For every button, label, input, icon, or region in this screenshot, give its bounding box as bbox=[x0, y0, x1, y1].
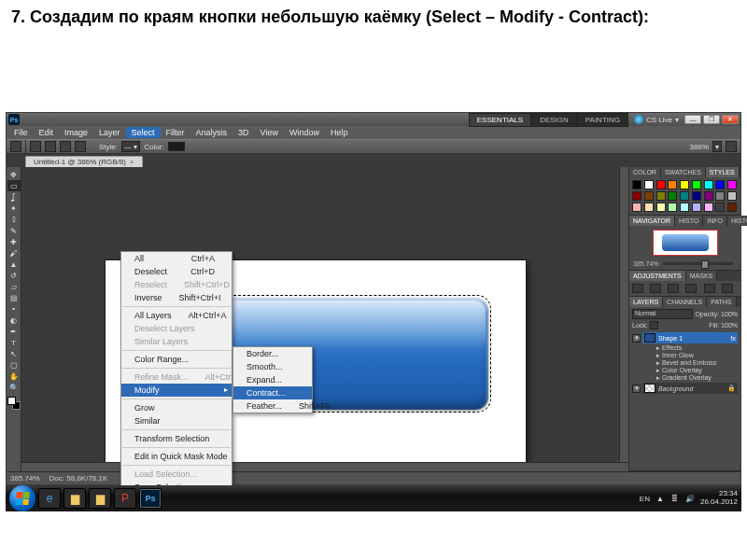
menu-item[interactable]: Modify▸ bbox=[121, 384, 232, 397]
tab-layers[interactable]: LAYERS bbox=[629, 297, 663, 307]
style-swatch[interactable] bbox=[692, 203, 701, 212]
style-swatch[interactable] bbox=[644, 191, 654, 201]
style-swatch[interactable] bbox=[632, 180, 641, 189]
eyedropper-tool-icon[interactable]: ✎ bbox=[7, 225, 21, 236]
brush-tool-icon[interactable]: 🖌 bbox=[7, 247, 21, 259]
menu-filter[interactable]: Filter bbox=[161, 127, 190, 138]
style-swatch[interactable] bbox=[727, 203, 737, 212]
style-swatch[interactable] bbox=[680, 180, 689, 189]
style-swatch[interactable] bbox=[656, 180, 666, 189]
taskbar-folder-icon[interactable]: ▆ bbox=[89, 488, 111, 509]
style-swatch[interactable] bbox=[644, 180, 654, 189]
menu-image[interactable]: Image bbox=[59, 127, 93, 138]
start-button[interactable] bbox=[9, 485, 35, 511]
menu-window[interactable]: Window bbox=[284, 127, 325, 138]
fg-bg-color-icon[interactable] bbox=[7, 397, 21, 410]
scrollbar-vertical[interactable] bbox=[619, 167, 628, 462]
lock-icon[interactable] bbox=[650, 321, 658, 329]
style-swatch[interactable] bbox=[632, 191, 641, 201]
tool-preset-icon[interactable] bbox=[10, 141, 21, 152]
menu-item[interactable]: Grow bbox=[121, 401, 232, 414]
tab-masks[interactable]: MASKS bbox=[686, 271, 718, 281]
eraser-tool-icon[interactable]: ▱ bbox=[7, 281, 21, 292]
tab-swatches[interactable]: SWATCHES bbox=[661, 167, 706, 177]
language-indicator[interactable]: EN bbox=[640, 495, 650, 503]
adjustment-icon[interactable] bbox=[685, 284, 697, 293]
menu-help[interactable]: Help bbox=[325, 127, 354, 138]
document-tab[interactable]: Untitled-1 @ 386% (RGB/8) × bbox=[25, 156, 143, 167]
tray-volume-icon[interactable]: 🔊 bbox=[685, 494, 695, 503]
tab-styles[interactable]: STYLES bbox=[706, 167, 740, 177]
menu-item[interactable]: InverseShift+Ctrl+I bbox=[121, 291, 232, 304]
menu-select[interactable]: Select bbox=[126, 127, 161, 138]
pen-tool-icon[interactable]: ✒ bbox=[7, 326, 21, 337]
history-brush-tool-icon[interactable]: ↺ bbox=[7, 270, 21, 281]
tab-channels[interactable]: CHANNELS bbox=[663, 297, 707, 307]
effects-header[interactable]: ▸ Effects bbox=[632, 344, 738, 352]
style-swatch[interactable] bbox=[656, 191, 666, 201]
tab-info[interactable]: INFO bbox=[703, 216, 727, 226]
dodge-tool-icon[interactable]: ◐ bbox=[7, 315, 21, 326]
menu-item[interactable]: AllCtrl+A bbox=[121, 252, 232, 265]
tray-flag-icon[interactable]: ▲ bbox=[655, 494, 665, 503]
style-swatch[interactable] bbox=[644, 203, 654, 212]
style-select[interactable]: — ▾ bbox=[121, 141, 140, 152]
fill-value[interactable]: 100% bbox=[721, 322, 738, 329]
layer-shape1[interactable]: Shape 1 fx bbox=[642, 332, 738, 343]
menu-item[interactable]: Border... bbox=[233, 347, 312, 360]
style-swatch[interactable] bbox=[727, 180, 737, 189]
window-close-button[interactable]: ✕ bbox=[722, 115, 739, 124]
tab-color[interactable]: COLOR bbox=[629, 167, 661, 177]
taskbar-explorer-icon[interactable]: ▆ bbox=[63, 488, 86, 509]
fx-gradient-overlay[interactable]: ▸ Gradient Overlay bbox=[632, 374, 738, 382]
style-swatch[interactable] bbox=[668, 180, 677, 189]
menu-item[interactable]: Transform Selection bbox=[121, 432, 232, 445]
heal-tool-icon[interactable]: ✚ bbox=[7, 236, 21, 247]
selection-intersect-icon[interactable] bbox=[75, 141, 86, 152]
blend-mode-select[interactable]: Normal bbox=[632, 309, 693, 319]
clock[interactable]: 23:34 26.04.2012 bbox=[700, 490, 738, 507]
adjustment-icon[interactable] bbox=[704, 284, 715, 293]
menu-view[interactable]: View bbox=[255, 127, 284, 138]
style-swatch[interactable] bbox=[715, 191, 725, 201]
visibility-toggle-icon[interactable]: 👁 bbox=[632, 334, 641, 343]
taskbar-ie-icon[interactable]: e bbox=[38, 488, 61, 509]
workspace-design[interactable]: DESIGN bbox=[531, 113, 577, 127]
adjustment-icon[interactable] bbox=[632, 284, 643, 293]
selection-subtract-icon[interactable] bbox=[60, 141, 71, 152]
taskbar-photoshop-icon[interactable]: Ps bbox=[139, 488, 162, 509]
visibility-toggle-icon[interactable]: 👁 bbox=[632, 385, 641, 393]
navigator-zoom-slider[interactable] bbox=[663, 262, 733, 265]
close-icon[interactable]: × bbox=[130, 158, 134, 166]
path-tool-icon[interactable]: ↖ bbox=[7, 348, 21, 359]
style-swatch[interactable] bbox=[692, 180, 701, 189]
tab-histogram[interactable]: HISTO bbox=[675, 216, 703, 226]
adjustment-icon[interactable] bbox=[668, 284, 679, 293]
fx-inner-glow[interactable]: ▸ Inner Glow bbox=[632, 352, 738, 359]
menu-edit[interactable]: Edit bbox=[34, 127, 60, 138]
style-swatch[interactable] bbox=[715, 203, 725, 212]
styles-grid[interactable] bbox=[629, 177, 740, 215]
lasso-tool-icon[interactable]: ʆ bbox=[7, 191, 21, 203]
opacity-value[interactable]: 100% bbox=[721, 311, 738, 317]
style-swatch[interactable] bbox=[632, 203, 641, 212]
tray-network-icon[interactable]: ≣ bbox=[670, 494, 680, 503]
menu-item[interactable]: Contract... bbox=[233, 386, 312, 399]
tab-paths[interactable]: PATHS bbox=[707, 297, 736, 307]
move-tool-icon[interactable]: ✥ bbox=[7, 169, 21, 180]
menu-item[interactable]: Expand... bbox=[233, 373, 312, 386]
menu-item[interactable]: Feather...Shift+F6 bbox=[233, 399, 312, 413]
style-swatch[interactable] bbox=[692, 191, 701, 201]
selection-new-icon[interactable] bbox=[30, 141, 41, 152]
crop-tool-icon[interactable]: ⧰ bbox=[7, 214, 21, 225]
menu-item[interactable]: Smooth... bbox=[233, 360, 312, 373]
hand-tool-icon[interactable]: ✋ bbox=[7, 371, 21, 382]
style-swatch[interactable] bbox=[680, 191, 689, 201]
menu-item[interactable]: Color Range... bbox=[121, 353, 232, 366]
marquee-tool-icon[interactable]: ▭ bbox=[7, 180, 21, 191]
navigator-preview[interactable] bbox=[653, 230, 718, 256]
menu-analysis[interactable]: Analysis bbox=[190, 127, 233, 138]
style-swatch[interactable] bbox=[656, 203, 666, 212]
style-swatch[interactable] bbox=[668, 191, 677, 201]
color-swatch[interactable] bbox=[168, 142, 185, 151]
